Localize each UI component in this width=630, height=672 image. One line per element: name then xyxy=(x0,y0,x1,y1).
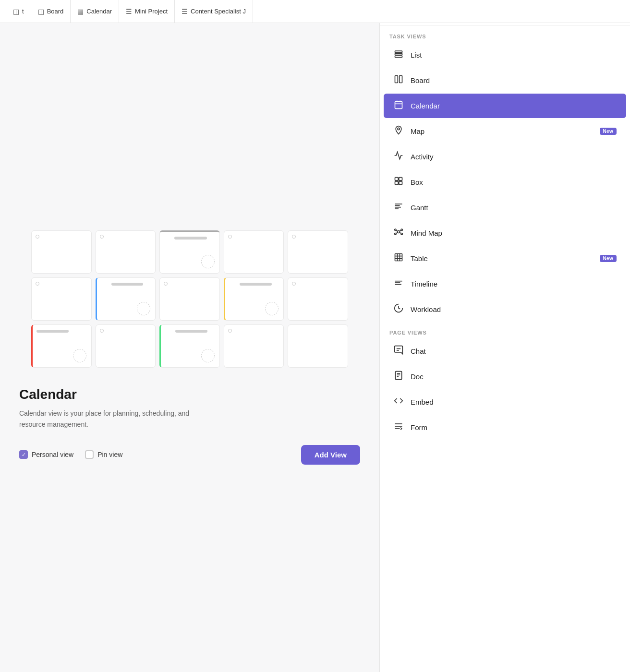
table-badge-new: New xyxy=(600,255,617,262)
personal-view-checkbox[interactable]: ✓ xyxy=(19,450,28,459)
gantt-icon xyxy=(393,202,404,214)
pin-view-checkbox[interactable] xyxy=(85,450,94,459)
tab-mini-project-icon: ☰ xyxy=(126,8,132,15)
cal-cell-14 xyxy=(224,324,284,368)
tab-content-specialist[interactable]: ☰ Content Specialist J xyxy=(175,0,253,23)
cal-circle xyxy=(137,302,150,315)
view-item-map[interactable]: Map New xyxy=(384,119,626,144)
calendar-title: Calendar xyxy=(19,387,77,402)
cal-circle xyxy=(73,349,86,362)
cal-cell-6 xyxy=(31,277,92,321)
view-item-calendar[interactable]: Calendar xyxy=(384,94,626,118)
svg-point-29 xyxy=(401,229,402,230)
cal-bar xyxy=(111,283,144,286)
cal-dot xyxy=(292,282,296,286)
svg-rect-16 xyxy=(395,178,399,181)
cal-circle xyxy=(265,302,279,315)
cal-dot xyxy=(228,329,232,333)
view-picker-panel: TASK VIEWS List Board Calendar xyxy=(379,0,630,672)
svg-point-31 xyxy=(401,233,402,235)
embed-icon xyxy=(393,396,404,408)
tab-bar: ◫ t ◫ Board ▦ Calendar ☰ Mini Project ☰ … xyxy=(0,0,630,23)
calendar-options: ✓ Personal view Pin view Add View xyxy=(19,445,360,465)
view-item-list[interactable]: List xyxy=(384,43,626,67)
tab-content-specialist-label: Content Specialist J xyxy=(191,8,246,15)
view-item-board[interactable]: Board xyxy=(384,68,626,93)
svg-rect-18 xyxy=(395,181,399,185)
view-item-workload[interactable]: Workload xyxy=(384,297,626,322)
workload-icon xyxy=(393,303,404,315)
view-item-mind-map[interactable]: Mind Map xyxy=(384,221,626,245)
view-item-timeline-label: Timeline xyxy=(411,280,617,288)
view-item-doc-label: Doc xyxy=(411,372,617,381)
view-item-form[interactable]: Form xyxy=(384,415,626,440)
mindmap-icon xyxy=(393,227,404,239)
tab-board[interactable]: ◫ Board xyxy=(31,0,71,23)
calendar-view-icon xyxy=(393,100,404,112)
view-item-box-label: Box xyxy=(411,178,617,186)
cal-bar xyxy=(240,283,272,286)
cal-cell-12 xyxy=(96,324,156,368)
calendar-description: Calendar view is your place for planning… xyxy=(19,408,211,430)
view-item-embed[interactable]: Embed xyxy=(384,390,626,414)
view-item-form-label: Form xyxy=(411,423,617,432)
tab-calendar[interactable]: ▦ Calendar xyxy=(71,0,119,23)
timeline-icon xyxy=(393,278,404,290)
tab-mini-project-label: Mini Project xyxy=(135,8,168,15)
svg-rect-33 xyxy=(395,254,402,261)
chat-icon xyxy=(393,345,404,357)
cal-cell-15 xyxy=(288,324,348,368)
svg-rect-7 xyxy=(395,51,402,52)
box-icon xyxy=(393,176,404,188)
tab-board-label: Board xyxy=(47,8,64,15)
cal-cell-3 xyxy=(159,230,220,274)
map-icon xyxy=(393,125,404,137)
svg-line-32 xyxy=(400,232,401,234)
view-item-embed-label: Embed xyxy=(411,398,617,406)
calendar-grid xyxy=(31,230,348,368)
svg-rect-19 xyxy=(399,181,402,185)
cal-cell-11 xyxy=(31,324,92,368)
cal-bar xyxy=(174,237,207,240)
cal-cell-7 xyxy=(96,277,156,321)
svg-point-24 xyxy=(398,231,400,233)
cal-circle xyxy=(201,349,215,362)
cal-cell-2 xyxy=(96,230,156,274)
tab-t-label: t xyxy=(22,8,24,15)
pin-view-label: Pin view xyxy=(97,451,122,458)
view-item-chat[interactable]: Chat xyxy=(384,339,626,363)
activity-icon xyxy=(393,151,404,163)
svg-point-25 xyxy=(395,229,396,230)
tab-calendar-icon: ▦ xyxy=(77,8,84,15)
view-item-box[interactable]: Box xyxy=(384,170,626,194)
list-icon xyxy=(393,49,404,61)
view-item-table[interactable]: Table New xyxy=(384,246,626,271)
svg-line-26 xyxy=(396,230,398,232)
svg-rect-11 xyxy=(400,76,402,83)
cal-cell-8 xyxy=(159,277,220,321)
view-item-activity[interactable]: Activity xyxy=(384,144,626,169)
svg-line-28 xyxy=(396,232,398,234)
svg-line-30 xyxy=(400,230,401,232)
task-views-label: TASK VIEWS xyxy=(380,26,630,42)
view-item-mindmap-label: Mind Map xyxy=(411,229,617,237)
map-badge-new: New xyxy=(600,128,617,135)
svg-rect-17 xyxy=(399,178,402,181)
calendar-preview-panel: Calendar Calendar view is your place for… xyxy=(0,23,379,672)
page-views-label: PAGE VIEWS xyxy=(380,322,630,338)
add-view-button[interactable]: Add View xyxy=(301,445,360,465)
view-item-timeline[interactable]: Timeline xyxy=(384,272,626,296)
tab-t[interactable]: ◫ t xyxy=(6,0,31,23)
cal-circle xyxy=(201,255,215,268)
cal-dot xyxy=(100,329,104,333)
tab-mini-project[interactable]: ☰ Mini Project xyxy=(119,0,175,23)
view-item-gantt[interactable]: Gantt xyxy=(384,195,626,220)
cal-cell-9 xyxy=(224,277,284,321)
personal-view-option[interactable]: ✓ Personal view xyxy=(19,450,73,459)
svg-rect-12 xyxy=(395,101,402,108)
view-item-doc[interactable]: Doc xyxy=(384,364,626,389)
cal-dot xyxy=(36,235,39,239)
view-item-calendar-label: Calendar xyxy=(411,102,617,110)
svg-rect-9 xyxy=(395,56,402,57)
pin-view-option[interactable]: Pin view xyxy=(85,450,122,459)
